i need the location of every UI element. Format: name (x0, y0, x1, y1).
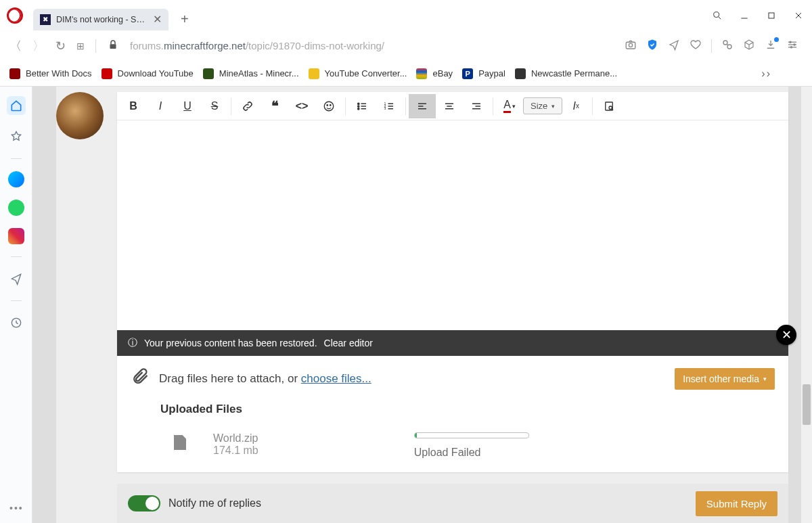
bookmark-item[interactable]: PPaypal (462, 68, 505, 79)
heart-icon[interactable] (690, 39, 702, 53)
svg-point-17 (790, 46, 792, 47)
tab-close-button[interactable]: ✕ (153, 13, 162, 26)
bookmark-item[interactable]: Download YouTube (102, 68, 194, 79)
new-tab-button[interactable]: + (181, 12, 189, 27)
send-sidebar-icon[interactable] (7, 269, 26, 288)
svg-point-10 (727, 45, 731, 49)
emoji-button[interactable] (315, 94, 342, 118)
svg-point-26 (358, 108, 359, 109)
shield-icon[interactable] (646, 39, 658, 53)
align-right-button[interactable] (463, 94, 490, 118)
bookmark-item[interactable]: Better With Docs (9, 68, 92, 79)
editor-textarea[interactable] (117, 120, 788, 330)
code-button[interactable]: <> (288, 94, 315, 118)
svg-point-9 (723, 41, 727, 45)
choose-files-link[interactable]: choose files... (301, 372, 371, 385)
svg-point-22 (358, 103, 359, 104)
close-window-button[interactable] (785, 5, 812, 26)
scrollbar[interactable] (801, 87, 812, 523)
pinboard-icon[interactable] (721, 39, 734, 53)
svg-line-1 (719, 17, 721, 19)
scrollbar-thumb[interactable] (803, 384, 811, 425)
search-icon[interactable] (704, 5, 731, 26)
tab-title: DIM's not working - Suppo (56, 15, 149, 24)
speed-dial-icon[interactable]: ⊞ (76, 41, 85, 51)
close-notice-button[interactable]: ✕ (776, 325, 796, 345)
home-icon[interactable] (7, 96, 26, 115)
file-row: World.zip 174.1 mb Upload Failed (160, 432, 775, 459)
bookmark-item[interactable]: YouTube Converter... (309, 68, 407, 79)
bold-button[interactable]: B (120, 94, 147, 118)
back-button[interactable]: 〈 (9, 38, 22, 54)
font-color-button[interactable]: A▾ (496, 94, 523, 118)
italic-button[interactable]: I (147, 94, 174, 118)
messenger-icon[interactable] (8, 171, 24, 187)
file-size: 174.1 mb (213, 445, 258, 457)
insert-media-button[interactable]: Insert other media▾ (675, 368, 775, 390)
snapshot-icon[interactable] (625, 39, 637, 53)
underline-button[interactable]: U (174, 94, 201, 118)
window-controls (704, 0, 812, 30)
file-icon (174, 435, 186, 450)
url-display[interactable]: forums.minecraftforge.net/topic/91870-di… (130, 40, 614, 51)
align-center-button[interactable] (436, 94, 463, 118)
bookmark-item[interactable]: MineAtlas - Minecr... (203, 68, 299, 79)
bookmarks-overflow-button[interactable]: ›› (761, 68, 771, 80)
preview-button[interactable] (595, 94, 623, 118)
svg-point-15 (790, 41, 791, 43)
easy-setup-icon[interactable] (786, 39, 798, 53)
minimize-button[interactable] (731, 5, 758, 26)
strike-button[interactable]: S (201, 94, 228, 118)
window-titlebar: ✖ DIM's not working - Suppo ✕ + (0, 0, 812, 30)
browser-tab[interactable]: ✖ DIM's not working - Suppo ✕ (33, 9, 168, 30)
uploaded-heading: Uploaded Files (160, 403, 775, 416)
clear-format-button[interactable]: Ix (562, 94, 589, 118)
svg-rect-6 (110, 44, 116, 49)
svg-text:3: 3 (384, 106, 386, 110)
bookmarks-icon[interactable] (7, 127, 26, 146)
attach-area[interactable]: Drag files here to attach, or choose fil… (117, 356, 788, 397)
sidebar-more-button[interactable]: ••• (9, 503, 24, 514)
quote-button[interactable]: ❝ (261, 94, 288, 118)
font-size-dropdown[interactable]: Size▾ (523, 97, 562, 114)
bullet-list-button[interactable] (348, 94, 376, 118)
reload-button[interactable]: ↻ (55, 39, 66, 53)
cube-icon[interactable] (743, 39, 755, 53)
history-icon[interactable] (7, 313, 26, 332)
reply-editor: B I U S ❝ <> 123 A▾ Size▾ Ix (117, 92, 788, 472)
send-icon[interactable] (668, 39, 680, 53)
restore-notice: ⓘ Your previous content has been restore… (117, 330, 788, 356)
clear-editor-link[interactable]: Clear editor (324, 338, 373, 348)
number-list-button[interactable]: 123 (376, 94, 403, 118)
forward-button[interactable]: 〉 (32, 38, 45, 54)
info-icon: ⓘ (128, 337, 137, 349)
maximize-button[interactable] (758, 5, 785, 26)
user-avatar[interactable] (56, 92, 104, 139)
svg-point-24 (358, 105, 359, 106)
bookmark-item[interactable]: eBay (416, 68, 453, 79)
bookmark-item[interactable]: Newcastle Permane... (515, 68, 617, 79)
svg-point-20 (327, 104, 328, 106)
align-left-button[interactable] (409, 94, 436, 118)
editor-toolbar: B I U S ❝ <> 123 A▾ Size▾ Ix (117, 92, 788, 120)
svg-point-0 (714, 12, 719, 17)
uploaded-files: Uploaded Files World.zip 174.1 mb Upload… (117, 397, 788, 472)
restore-message: Your previous content has been restored. (144, 338, 317, 348)
address-bar: 〈 〉 ↻ ⊞ forums.minecraftforge.net/topic/… (0, 30, 812, 61)
reply-footer: Notify me of replies Submit Reply (117, 484, 788, 523)
svg-point-21 (330, 104, 332, 106)
svg-line-11 (727, 44, 728, 45)
bookmarks-bar: Better With Docs Download YouTube MineAt… (0, 61, 812, 87)
submit-reply-button[interactable]: Submit Reply (696, 491, 777, 516)
file-name: World.zip (213, 432, 258, 445)
instagram-icon[interactable] (8, 228, 24, 244)
upload-progress (414, 432, 529, 438)
lock-icon[interactable] (107, 39, 119, 53)
whatsapp-icon[interactable] (8, 200, 24, 216)
svg-rect-3 (769, 13, 774, 18)
link-button[interactable] (234, 94, 261, 118)
upload-status-text: Upload Failed (414, 447, 529, 459)
notify-toggle[interactable] (128, 495, 160, 511)
notify-label: Notify me of replies (168, 497, 261, 509)
download-icon[interactable] (765, 39, 777, 53)
